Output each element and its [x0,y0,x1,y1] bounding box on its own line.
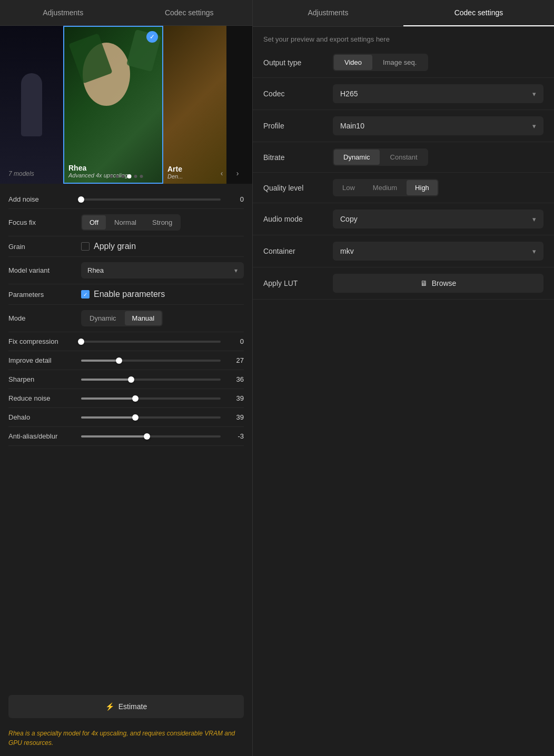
add-noise-row: Add noise 0 [8,190,244,209]
container-value: mkv [340,247,354,255]
focus-fix-normal-btn[interactable]: Normal [107,215,144,230]
arte-label: Arte Den... [167,165,183,180]
reduce-noise-row: Reduce noise 39 [8,389,244,408]
quality-medium-btn[interactable]: Medium [364,180,405,195]
lightning-icon: ⚡ [105,702,114,711]
reduce-noise-slider[interactable] [81,397,221,400]
codec-row: Codec H265 ▾ [253,78,554,110]
audio-mode-dropdown[interactable]: Copy ▾ [333,210,543,228]
grain-controls: Apply grain [81,242,244,251]
profile-dropdown[interactable]: Main10 ▾ [333,116,543,135]
focus-fix-toggle-group: Off Normal Strong [81,214,181,231]
sharpen-label: Sharpen [8,375,77,383]
monitor-icon: 🖥 [420,279,428,287]
tab-adjustments-left[interactable]: Adjustments [0,0,126,25]
tab-adjustments-right[interactable]: Adjustments [253,0,403,26]
carousel-next-button[interactable]: › [231,167,244,180]
tab-codec-settings-right[interactable]: Codec settings [403,0,554,26]
mode-row: Mode Dynamic Manual [8,305,244,332]
codec-dropdown-arrow-icon: ▾ [532,90,536,98]
estimate-button[interactable]: ⚡ Estimate [8,695,244,718]
parameters-checkbox[interactable]: ✓ [81,290,90,299]
bitrate-controls: Dynamic Constant [333,148,543,166]
anti-alias-controls [81,435,221,437]
grain-checkbox-label: Apply grain [94,242,136,251]
apply-lut-controls: 🖥 Browse [333,274,543,293]
carousel-item-dark[interactable] [0,26,63,184]
quality-level-controls: Low Medium High [333,179,543,196]
reduce-noise-label: Reduce noise [8,394,77,402]
improve-detail-row: Improve detail 27 [8,351,244,370]
model-variant-dropdown[interactable]: Rhea ▾ [81,262,244,278]
profile-dropdown-arrow-icon: ▾ [532,122,536,130]
carousel-item-arte[interactable]: Arte Den... [163,26,226,184]
dehalo-label: Dehalo [8,413,77,421]
output-image-seq-btn[interactable]: Image seq. [372,55,427,70]
dehalo-value: 39 [225,413,244,421]
container-arrow-icon: ▾ [532,247,536,255]
adjustments-content: Add noise 0 Focus fix Off Normal Strong [0,184,252,689]
fix-compression-label: Fix compression [8,337,77,345]
left-panel: Adjustments Codec settings ✓ Rhea [0,0,253,756]
browse-label: Browse [432,279,457,287]
carousel-prev-button[interactable]: ‹ [215,167,228,180]
browse-button[interactable]: 🖥 Browse [333,274,543,293]
container-dropdown[interactable]: mkv ▾ [333,242,543,261]
bitrate-dynamic-btn[interactable]: Dynamic [334,150,380,165]
codec-controls: H265 ▾ [333,84,543,103]
model-variant-label: Model variant [8,266,77,274]
reduce-noise-value: 39 [225,394,244,402]
quality-low-btn[interactable]: Low [334,180,363,195]
codec-value: H265 [340,89,358,98]
codec-settings-subtitle: Set your preview and export settings her… [253,27,554,47]
carousel-item-rhea[interactable]: ✓ Rhea Advanced 4x upscaling [63,26,163,184]
dot-5 [134,175,137,178]
quality-toggle-group: Low Medium High [333,179,439,196]
anti-alias-row: Anti-alias/deblur -3 [8,427,244,446]
output-type-label: Output type [263,58,327,67]
improve-detail-slider[interactable] [81,360,221,362]
dehalo-slider[interactable] [81,416,221,419]
tab-codec-settings-left[interactable]: Codec settings [126,0,253,25]
bitrate-label: Bitrate [263,153,327,162]
selected-badge: ✓ [146,31,158,43]
improve-detail-controls [81,360,221,362]
right-tabs: Adjustments Codec settings [253,0,554,27]
codec-label: Codec [263,89,327,98]
anti-alias-label: Anti-alias/deblur [8,432,77,440]
container-controls: mkv ▾ [333,242,543,261]
fix-compression-row: Fix compression 0 [8,332,244,351]
fix-compression-slider[interactable] [81,341,221,343]
output-type-row: Output type Video Image seq. [253,47,554,78]
sharpen-value: 36 [225,375,244,383]
focus-fix-strong-btn[interactable]: Strong [145,215,180,230]
models-count: 7 models [8,170,34,177]
anti-alias-slider[interactable] [81,435,221,437]
dehalo-row: Dehalo 39 [8,408,244,427]
apply-lut-label: Apply LUT [263,279,327,287]
container-row: Container mkv ▾ [253,235,554,267]
bitrate-toggle-group: Dynamic Constant [333,148,428,166]
model-carousel: ✓ Rhea Advanced 4x upscaling Arte Den...… [0,26,252,184]
bitrate-constant-btn[interactable]: Constant [381,150,427,165]
estimate-label: Estimate [118,702,147,711]
focus-fix-off-btn[interactable]: Off [82,215,106,230]
grain-checkbox[interactable] [81,242,90,251]
output-type-controls: Video Image seq. [333,54,543,71]
output-type-toggle-group: Video Image seq. [333,54,428,71]
quality-high-btn[interactable]: High [407,180,438,195]
quality-level-row: Quality level Low Medium High [253,173,554,203]
output-video-btn[interactable]: Video [334,55,372,70]
dot-6 [140,175,143,178]
add-noise-slider[interactable] [81,198,221,201]
codec-dropdown[interactable]: H265 ▾ [333,84,543,103]
mode-dynamic-btn[interactable]: Dynamic [82,311,124,325]
model-variant-arrow-icon: ▾ [234,267,238,274]
focus-fix-row: Focus fix Off Normal Strong [8,209,244,236]
mode-toggle-group: Dynamic Manual [81,310,163,326]
parameters-label: Parameters [8,291,77,299]
profile-controls: Main10 ▾ [333,116,543,135]
sharpen-slider[interactable] [81,379,221,381]
mode-manual-btn[interactable]: Manual [125,311,162,325]
add-noise-value: 0 [225,195,244,203]
